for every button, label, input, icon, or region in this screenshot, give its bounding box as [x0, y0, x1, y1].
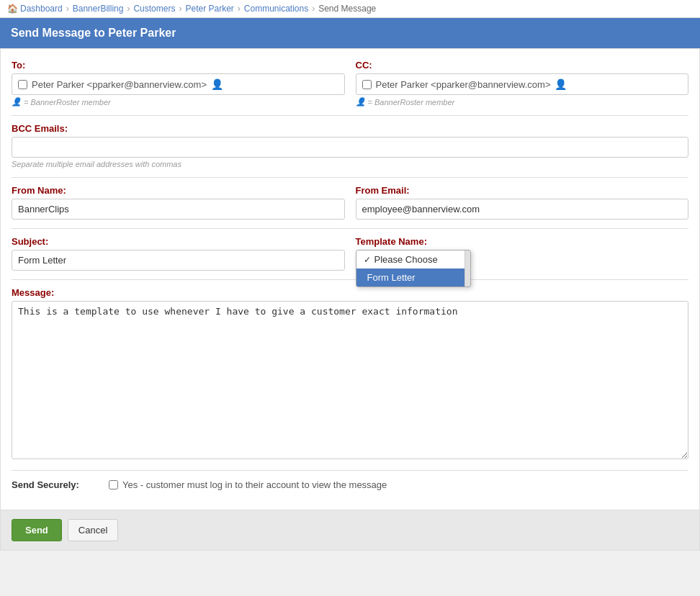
- breadcrumb-dashboard[interactable]: Dashboard: [20, 4, 63, 14]
- main-content: To: Peter Parker <pparker@bannerview.com…: [0, 48, 700, 510]
- footer-bar: Send Cancel: [0, 510, 700, 551]
- bcc-field-group: BCC Emails: Separate multiple email addr…: [12, 123, 688, 168]
- template-option-please-choose[interactable]: ✓ Please Choose: [356, 250, 470, 268]
- send-securely-option: Yes - customer must log in to their acco…: [109, 479, 387, 490]
- to-person-icon: 👤: [211, 78, 223, 90]
- cc-member-hint: 👤 = BannerRoster member: [356, 97, 689, 107]
- bcc-label: BCC Emails:: [12, 123, 688, 134]
- cc-value: Peter Parker <pparker@bannerview.com>: [376, 79, 551, 90]
- message-label: Message:: [12, 287, 688, 298]
- divider-1: [12, 115, 688, 116]
- from-name-col: From Name:: [12, 185, 345, 220]
- dropdown-scrollbar: [465, 250, 470, 286]
- breadcrumb-communications[interactable]: Communications: [244, 4, 308, 14]
- from-email-col: From Email:: [356, 185, 689, 220]
- cc-hint-person-icon: 👤: [356, 97, 366, 107]
- from-row: From Name: From Email:: [12, 185, 688, 220]
- breadcrumb-sep-1: ›: [66, 4, 69, 14]
- subject-template-row: Subject: Template Name: ✓ Please Choose …: [12, 236, 688, 271]
- send-securely-text: Yes - customer must log in to their acco…: [122, 479, 387, 490]
- send-securely-row: Send Securely: Yes - customer must log i…: [12, 470, 688, 499]
- subject-col: Subject:: [12, 236, 345, 271]
- cc-checkbox[interactable]: [362, 80, 372, 89]
- form-letter-label: Form Letter: [367, 272, 416, 283]
- from-name-input[interactable]: [12, 199, 345, 220]
- to-checkbox-row: Peter Parker <pparker@bannerview.com> 👤: [12, 73, 345, 95]
- cc-field-col: CC: Peter Parker <pparker@bannerview.com…: [356, 60, 689, 107]
- breadcrumb-current: Send Message: [318, 4, 376, 14]
- from-email-label: From Email:: [356, 185, 689, 196]
- from-name-label: From Name:: [12, 185, 345, 196]
- to-checkbox[interactable]: [18, 80, 27, 89]
- message-field-group: Message: This is a template to use whene…: [12, 287, 688, 461]
- send-securely-checkbox[interactable]: [109, 480, 118, 489]
- divider-2: [12, 177, 688, 178]
- to-value: Peter Parker <pparker@bannerview.com>: [32, 79, 207, 90]
- to-hint-person-icon: 👤: [12, 97, 22, 107]
- send-securely-label: Send Securely:: [12, 479, 98, 490]
- page-header: Send Message to Peter Parker: [0, 18, 700, 48]
- to-cc-row: To: Peter Parker <pparker@bannerview.com…: [12, 60, 688, 107]
- breadcrumb-peter-parker[interactable]: Peter Parker: [185, 4, 233, 14]
- cc-person-icon: 👤: [555, 78, 567, 90]
- template-col: Template Name: ✓ Please Choose Form Lett…: [356, 236, 689, 250]
- breadcrumb-sep-5: ›: [312, 4, 315, 14]
- bcc-input[interactable]: [12, 137, 688, 158]
- from-email-input[interactable]: [356, 199, 689, 220]
- cc-label: CC:: [356, 60, 689, 71]
- cc-checkbox-row: Peter Parker <pparker@bannerview.com> 👤: [356, 73, 689, 95]
- to-label: To:: [12, 60, 345, 71]
- divider-4: [12, 279, 688, 280]
- send-button[interactable]: Send: [12, 519, 62, 541]
- page-title: Send Message to Peter Parker: [11, 27, 176, 39]
- breadcrumb-sep-3: ›: [179, 4, 181, 14]
- subject-label: Subject:: [12, 236, 345, 247]
- cancel-button[interactable]: Cancel: [68, 519, 118, 541]
- breadcrumb-customers[interactable]: Customers: [133, 4, 175, 14]
- to-field-col: To: Peter Parker <pparker@bannerview.com…: [12, 60, 345, 107]
- breadcrumb-sep-2: ›: [127, 4, 130, 14]
- breadcrumb-sep-4: ›: [238, 4, 241, 14]
- subject-input[interactable]: [12, 250, 345, 271]
- template-label: Template Name:: [356, 236, 689, 247]
- template-dropdown-popup[interactable]: ✓ Please Choose Form Letter: [356, 250, 471, 287]
- breadcrumb-bannerbilling[interactable]: BannerBilling: [73, 4, 124, 14]
- template-option-form-letter[interactable]: Form Letter: [356, 268, 470, 286]
- divider-3: [12, 228, 688, 229]
- bcc-hint: Separate multiple email addresses with c…: [12, 160, 688, 168]
- breadcrumb: 🏠 Dashboard › BannerBilling › Customers …: [0, 0, 700, 18]
- please-choose-label: Please Choose: [374, 254, 438, 265]
- please-choose-checkmark: ✓: [364, 255, 371, 265]
- message-textarea[interactable]: This is a template to use whenever I hav…: [12, 301, 688, 459]
- to-member-hint: 👤 = BannerRoster member: [12, 97, 345, 107]
- home-icon: 🏠: [7, 4, 18, 14]
